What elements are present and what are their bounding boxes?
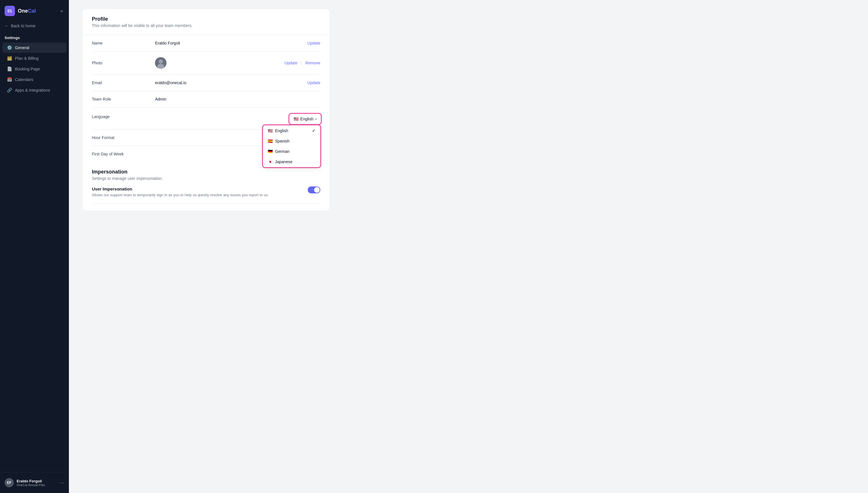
language-field-row: Language 🇺🇸 English ▾ 🇺🇸 xyxy=(92,107,320,130)
avatar-image xyxy=(155,57,166,69)
calendars-icon: 📅 xyxy=(7,77,12,82)
svg-point-1 xyxy=(159,60,163,64)
sidebar: 01 OneCal « ← Back to home Settings ⚙️ G… xyxy=(0,0,69,493)
profile-section-header: Profile This information will be visible… xyxy=(83,9,329,35)
back-to-home-link[interactable]: ← Back to home xyxy=(0,21,69,31)
hour-format-label: Hour Format xyxy=(92,135,155,140)
impersonation-title: Impersonation xyxy=(92,169,320,175)
language-actions: 🇺🇸 English ▾ 🇺🇸 English ✓ xyxy=(290,114,320,124)
sidebar-item-plan-billing[interactable]: 🗂️ Plan & Billing xyxy=(2,53,67,64)
user-name: Eraldo Forgoli xyxy=(17,479,57,483)
language-option-spanish[interactable]: 🇪🇸 Spanish xyxy=(263,136,320,146)
team-role-field-row: Team Role Admin xyxy=(92,91,320,107)
german-flag: 🇩🇪 xyxy=(268,149,273,154)
email-actions: Update xyxy=(307,81,320,85)
profile-description: This information will be visible to all … xyxy=(92,23,320,28)
arrow-left-icon: ← xyxy=(5,24,8,28)
sidebar-item-calendars[interactable]: 📅 Calendars xyxy=(2,74,67,85)
logo-area: 01 OneCal xyxy=(5,6,36,16)
user-info: Eraldo Forgoli OneCal Annual Plan xyxy=(17,479,57,487)
language-option-japanese[interactable]: 🇯🇵 Japanese xyxy=(263,156,320,167)
profile-title: Profile xyxy=(92,16,320,22)
photo-field-row: Photo Update | Remove xyxy=(92,51,320,75)
spanish-label: Spanish xyxy=(275,139,290,143)
avatar-initials: EF xyxy=(7,481,11,485)
sidebar-item-plan-billing-label: Plan & Billing xyxy=(15,56,39,61)
email-update-link[interactable]: Update xyxy=(307,81,320,85)
general-icon: ⚙️ xyxy=(7,45,12,50)
user-impersonation-toggle[interactable] xyxy=(308,187,320,193)
impersonation-info: User Impersonation Allows our support te… xyxy=(92,187,301,198)
user-menu-button[interactable]: ⋯ xyxy=(60,480,64,486)
photo-label: Photo xyxy=(92,61,155,65)
impersonation-description: Settings to manage user impersonation. xyxy=(92,176,320,181)
user-impersonation-row: User Impersonation Allows our support te… xyxy=(92,181,320,204)
logo-icon: 01 xyxy=(5,6,15,16)
name-field-row: Name Eraldo Forgoli Update xyxy=(92,35,320,51)
sidebar-bottom: EF Eraldo Forgoli OneCal Annual Plan ⋯ xyxy=(0,472,69,493)
sidebar-item-general[interactable]: ⚙️ General xyxy=(2,43,67,53)
settings-section-label: Settings xyxy=(0,31,69,42)
language-dropdown-wrapper: 🇺🇸 English ▾ 🇺🇸 English ✓ xyxy=(290,114,320,124)
language-select-button[interactable]: 🇺🇸 English ▾ xyxy=(290,114,320,124)
user-impersonation-desc: Allows our support team to temporarily s… xyxy=(92,192,301,198)
name-value: Eraldo Forgoli xyxy=(155,41,307,45)
language-flag: 🇺🇸 xyxy=(294,116,298,121)
integrations-icon: 🔗 xyxy=(7,88,12,93)
email-label: Email xyxy=(92,81,155,85)
spanish-flag: 🇪🇸 xyxy=(268,139,273,143)
sidebar-item-booking-page[interactable]: 📄 Booking Page xyxy=(2,64,67,74)
photo-value xyxy=(155,57,284,69)
profile-fields: Name Eraldo Forgoli Update Photo xyxy=(83,35,329,162)
chevron-down-icon: ▾ xyxy=(315,117,317,121)
sidebar-header: 01 OneCal « xyxy=(0,0,69,21)
team-role-label: Team Role xyxy=(92,97,155,102)
impersonation-fields: User Impersonation Allows our support te… xyxy=(83,181,329,211)
name-label: Name xyxy=(92,41,155,45)
sidebar-item-apps-integrations[interactable]: 🔗 Apps & Integrations xyxy=(2,85,67,95)
sidebar-item-general-label: General xyxy=(15,45,29,50)
sidebar-item-booking-page-label: Booking Page xyxy=(15,67,40,71)
collapse-sidebar-button[interactable]: « xyxy=(60,7,64,15)
language-option-english-left: 🇺🇸 English xyxy=(268,128,288,133)
english-check-icon: ✓ xyxy=(312,128,316,133)
user-impersonation-title: User Impersonation xyxy=(92,187,301,191)
language-option-german[interactable]: 🇩🇪 German xyxy=(263,146,320,156)
photo-update-link[interactable]: Update xyxy=(284,61,297,65)
japanese-flag: 🇯🇵 xyxy=(268,159,273,164)
impersonation-toggle-area xyxy=(308,187,320,193)
language-option-spanish-left: 🇪🇸 Spanish xyxy=(268,139,290,143)
language-dropdown-menu: 🇺🇸 English ✓ 🇪🇸 Spanish xyxy=(263,125,320,167)
first-day-label: First Day of Week xyxy=(92,152,155,156)
german-label: German xyxy=(275,149,290,154)
language-label: Language xyxy=(92,114,155,119)
profile-photo xyxy=(155,57,166,69)
sidebar-item-calendars-label: Calendars xyxy=(15,77,33,82)
user-plan: OneCal Annual Plan xyxy=(17,483,57,487)
language-option-german-left: 🇩🇪 German xyxy=(268,149,290,154)
language-option-japanese-left: 🇯🇵 Japanese xyxy=(268,159,293,164)
avatar: EF xyxy=(5,478,14,487)
photo-actions: Update | Remove xyxy=(284,61,320,65)
photo-remove-link[interactable]: Remove xyxy=(305,61,320,65)
email-value: eraldo@onecal.io xyxy=(155,81,307,85)
main-content: Profile This information will be visible… xyxy=(69,0,868,493)
language-selected-label: English xyxy=(300,116,314,121)
name-actions: Update xyxy=(307,41,320,45)
team-role-value: Admin xyxy=(155,97,320,102)
email-field-row: Email eraldo@onecal.io Update xyxy=(92,75,320,91)
name-update-link[interactable]: Update xyxy=(307,41,320,45)
logo-text: OneCal xyxy=(18,8,36,14)
back-to-home-label: Back to home xyxy=(11,24,36,28)
english-label: English xyxy=(275,128,288,133)
sidebar-nav: ⚙️ General 🗂️ Plan & Billing 📄 Booking P… xyxy=(0,42,69,96)
english-flag: 🇺🇸 xyxy=(268,128,273,133)
language-option-english[interactable]: 🇺🇸 English ✓ xyxy=(263,126,320,136)
user-profile-row[interactable]: EF Eraldo Forgoli OneCal Annual Plan ⋯ xyxy=(2,476,67,490)
booking-icon: 📄 xyxy=(7,66,12,71)
japanese-label: Japanese xyxy=(275,159,293,164)
settings-card: Profile This information will be visible… xyxy=(83,9,329,211)
sidebar-item-apps-integrations-label: Apps & Integrations xyxy=(15,88,50,92)
billing-icon: 🗂️ xyxy=(7,56,12,61)
photo-actions-divider: | xyxy=(301,61,302,65)
